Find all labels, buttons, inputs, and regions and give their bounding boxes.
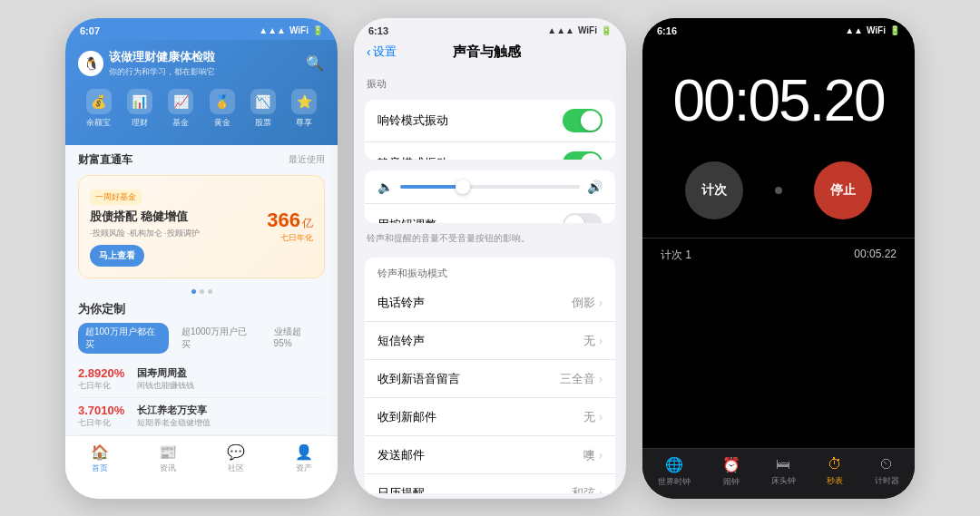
calendar-label: 日历提醒	[377, 485, 572, 493]
toggle-thumb-3	[564, 215, 584, 224]
nav-item-jijin[interactable]: 📈 基金	[168, 89, 193, 129]
send-mail-label: 发送邮件	[377, 447, 583, 463]
logo-icon: 🐧	[78, 51, 103, 76]
stop-button[interactable]: 停止	[814, 161, 872, 219]
dot-1	[191, 289, 196, 294]
setting-row-ring-vibrate[interactable]: 响铃模式振动	[365, 100, 615, 142]
product-rate-2: 3.7010% 七日年化	[78, 404, 137, 429]
signal-icon-1: ▲▲▲	[259, 25, 286, 35]
promo-btn[interactable]: 马上查看	[90, 245, 144, 267]
custom-tabs: 超100万用户都在买 超1000万用户已买 业绩超95%	[78, 323, 325, 354]
nav-item-licai[interactable]: 📊 理财	[127, 89, 152, 129]
product-rate-value-2: 3.7010%	[78, 404, 137, 417]
tab-stopwatch-label: 秒表	[827, 475, 843, 487]
nav-label-huangjin: 黄金	[214, 117, 230, 129]
volume-slider[interactable]	[400, 185, 580, 189]
status-icons-2: ▲▲▲ WiFi 🔋	[547, 25, 612, 35]
nav-item-gupiao[interactable]: 📉 股票	[250, 89, 276, 129]
signal-icon-2: ▲▲▲	[547, 25, 574, 35]
dot-indicators	[65, 286, 338, 297]
sms-ringtone-label: 短信铃声	[377, 333, 583, 349]
bottom-nav-assets[interactable]: 👤 资产	[295, 443, 313, 474]
row-voicemail[interactable]: 收到新语音留言 三全音 ›	[365, 360, 615, 398]
btn-adjust-toggle[interactable]	[563, 213, 603, 224]
tab-alarm-label: 闹钟	[723, 476, 740, 488]
tab-world-clock[interactable]: 🌐 世界时钟	[658, 456, 691, 488]
row-sms-ringtone[interactable]: 短信铃声 无 ›	[365, 322, 615, 360]
product-info-2: 长江养老万安享 短期养老金稳健增值	[137, 404, 325, 429]
product-rate-value-1: 2.8920%	[78, 366, 137, 380]
signal-icon-3: ▲▲	[845, 25, 863, 35]
wifi-icon-2: WiFi	[578, 25, 597, 35]
product-rate-sub-2: 七日年化	[78, 417, 137, 429]
tab-timer[interactable]: ⏲ 计时器	[875, 456, 899, 488]
send-mail-value: 噢	[583, 447, 595, 463]
promo-tag: 一周好基金	[90, 190, 142, 205]
chevron-icon-5: ›	[599, 487, 603, 493]
nav-label-jijin: 基金	[172, 117, 189, 129]
bottom-nav-1: 🏠 首页 📰 资讯 💬 社区 👤 资产	[65, 435, 338, 483]
header-title: 该做理财健康体检啦	[109, 49, 215, 65]
home-icon: 🏠	[91, 443, 109, 461]
chevron-icon-3: ›	[599, 411, 603, 424]
bottom-nav-news[interactable]: 📰 资讯	[159, 443, 177, 474]
phone-stopwatch: 6:16 ▲▲ WiFi 🔋 00:05.20 计次 停止 计次 1 00:05…	[642, 18, 915, 499]
tab-active[interactable]: 超100万用户都在买	[78, 323, 169, 354]
product-info-1: 国寿周周盈 闲钱也能赚钱钱	[137, 366, 325, 392]
promo-card[interactable]: 一周好基金 股债搭配 稳健增值 ·投顾风险 ·机构加仑 ·投顾调护 马上查看 3…	[78, 175, 325, 278]
row-send-mail[interactable]: 发送邮件 噢 ›	[365, 436, 615, 474]
nav-item-huangjin[interactable]: 🥇 黄金	[210, 89, 235, 129]
header-logo: 🐧 该做理财健康体检啦 你的行为和学习，都在影响它	[78, 49, 215, 78]
tab-alarm[interactable]: ⏰ 闹钟	[722, 456, 740, 488]
nav-label-zunxiang: 尊享	[296, 117, 312, 129]
sound-mode-label: 铃声和振动模式	[365, 258, 615, 284]
bottom-nav-community-label: 社区	[228, 462, 244, 474]
row-new-mail[interactable]: 收到新邮件 无 ›	[365, 398, 615, 436]
chevron-left-icon: ‹	[367, 44, 371, 59]
tab-2[interactable]: 超1000万用户已买	[174, 323, 261, 354]
nav-label-licai: 理财	[132, 117, 148, 129]
promo-rate-suffix: 亿	[302, 216, 313, 231]
chevron-icon-4: ›	[599, 449, 603, 462]
ring-vibrate-toggle[interactable]	[563, 109, 603, 132]
tab-stopwatch[interactable]: ⏱ 秒表	[827, 456, 843, 488]
silent-vibrate-toggle[interactable]	[563, 151, 603, 160]
product-row-1[interactable]: 2.8920% 七日年化 国寿周周盈 闲钱也能赚钱钱	[78, 361, 325, 398]
custom-section: 为你定制 超100万用户都在买 超1000万用户已买 业绩超95% 2.8920…	[65, 297, 338, 435]
timer-display: 00:05.20	[642, 40, 915, 152]
status-bar-3: 6:16 ▲▲ WiFi 🔋	[642, 18, 915, 40]
battery-icon-2: 🔋	[601, 25, 612, 35]
new-mail-label: 收到新邮件	[377, 409, 583, 425]
search-button[interactable]: 🔍	[305, 54, 325, 73]
bottom-nav-community[interactable]: 💬 社区	[227, 443, 245, 474]
header-banner: 🐧 该做理财健康体检啦 你的行为和学习，都在影响它 🔍 💰 余额宝	[65, 40, 338, 145]
voicemail-label: 收到新语音留言	[377, 371, 560, 387]
tab-3[interactable]: 业绩超95%	[267, 323, 325, 354]
bottom-nav-home[interactable]: 🏠 首页	[91, 443, 109, 474]
finance-content: 财富直通车 最近使用 一周好基金 股债搭配 稳健增值 ·投顾风险 ·机构加仑 ·…	[65, 145, 338, 435]
promo-card-area: 一周好基金 股债搭配 稳健增值 ·投顾风险 ·机构加仑 ·投顾调护 马上查看 3…	[65, 171, 338, 286]
product-row-2[interactable]: 3.7010% 七日年化 长江养老万安享 短期养老金稳健增值	[78, 398, 325, 435]
promo-desc: ·投顾风险 ·机构加仑 ·投顾调护	[90, 228, 258, 239]
phones-container: 6:07 ▲▲▲ WiFi 🔋 🐧 该做理财健康体检啦 你的行为和学习，都在影响…	[0, 0, 980, 516]
ringtone-group: 🔈 🔊 用按钮调整	[365, 170, 615, 224]
nav-item-zunxiang[interactable]: ⭐ 尊享	[291, 89, 317, 129]
calendar-value: 和弦	[572, 485, 595, 493]
nav-item-yue-bao[interactable]: 💰 余额宝	[86, 89, 112, 129]
row-calendar[interactable]: 日历提醒 和弦 ›	[365, 474, 615, 492]
status-bar-2: 6:13 ▲▲▲ WiFi 🔋	[354, 18, 626, 40]
product-desc-2: 短期养老金稳健增值	[137, 417, 325, 429]
setting-row-btn-adjust[interactable]: 用按钮调整	[365, 204, 615, 224]
back-button[interactable]: ‹ 设置	[367, 44, 397, 60]
battery-icon-1: 🔋	[312, 25, 323, 35]
news-icon: 📰	[159, 443, 177, 461]
stopwatch-controls: 计次 停止	[642, 152, 915, 238]
lap-button[interactable]: 计次	[685, 161, 743, 219]
row-phone-ringtone[interactable]: 电话铃声 倒影 ›	[365, 284, 615, 322]
setting-row-silent-vibrate[interactable]: 静音模式振动	[365, 142, 615, 160]
toggle-thumb-1	[581, 111, 601, 131]
promo-rate-label: 七日年化	[280, 232, 313, 244]
sms-ringtone-value: 无	[583, 333, 595, 349]
tab-bedside[interactable]: 🛏 床头钟	[771, 456, 796, 488]
timer-value: 00:05.20	[652, 67, 906, 134]
